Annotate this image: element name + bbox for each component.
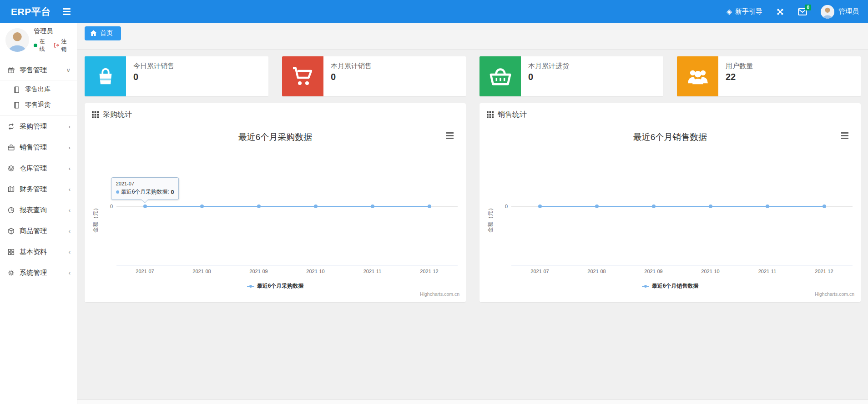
purchase-stats-panel: 采购统计 最近6个月采购数据金额（元）02021-072021-082021-0… bbox=[85, 103, 466, 302]
x-axis-line bbox=[511, 265, 853, 265]
highcharts-credit-link[interactable]: Highcharts.com.cn bbox=[420, 291, 459, 297]
x-axis-line bbox=[116, 265, 458, 265]
beginner-guide-button[interactable]: ◈ 新手引导 bbox=[727, 7, 762, 16]
stat-card-3: 用户数量22 bbox=[677, 56, 861, 96]
chevron-left-icon: ‹ bbox=[69, 186, 71, 193]
data-point-2021-09[interactable] bbox=[652, 204, 656, 208]
sidebar-item-label: 商品管理 bbox=[20, 227, 64, 235]
sidebar-submenu: 零售出库零售退货 bbox=[0, 80, 77, 116]
fullscreen-button[interactable] bbox=[776, 8, 784, 16]
sidebar-user-name: 管理员 bbox=[34, 27, 71, 35]
legend-item[interactable]: 最近6个月采购数据 bbox=[247, 282, 304, 290]
data-point-2021-11[interactable] bbox=[371, 204, 374, 208]
x-axis-label: 2021-10 bbox=[306, 269, 324, 274]
sidebar-item-3[interactable]: 仓库管理‹ bbox=[0, 158, 77, 179]
data-point-2021-09[interactable] bbox=[257, 204, 261, 208]
sidebar-item-4[interactable]: 财务管理‹ bbox=[0, 179, 77, 200]
highcharts-credit-link[interactable]: Highcharts.com.cn bbox=[815, 291, 854, 297]
data-point-2021-12[interactable] bbox=[823, 204, 826, 208]
data-point-2021-07[interactable] bbox=[538, 204, 542, 208]
y-axis-title: 金额（元） bbox=[487, 214, 495, 233]
home-icon bbox=[90, 30, 97, 36]
sidebar-subitem-0-1[interactable]: 零售退货 bbox=[0, 97, 77, 113]
gem-icon: ◈ bbox=[727, 7, 732, 16]
box-icon bbox=[7, 227, 15, 235]
user-name: 管理员 bbox=[838, 7, 859, 16]
stat-cards-row: 今日累计销售0本月累计销售0本月累计进货0用户数量22 bbox=[85, 56, 861, 96]
chart-title: 最近6个月采购数据 bbox=[85, 131, 466, 143]
chart-legend: 最近6个月销售数据 bbox=[479, 282, 861, 290]
legend-marker-icon bbox=[642, 284, 649, 288]
x-axis-label: 2021-11 bbox=[758, 269, 777, 274]
top-navbar: ERP平台 ◈ 新手引导 0 bbox=[0, 0, 868, 23]
messages-button[interactable]: 0 bbox=[798, 8, 807, 15]
chevron-left-icon: ‹ bbox=[69, 165, 71, 172]
repeat-icon bbox=[7, 123, 15, 130]
grid-th-icon bbox=[487, 111, 494, 118]
purchase-chart: 最近6个月采购数据金额（元）02021-072021-082021-092021… bbox=[85, 124, 466, 299]
stat-card-1: 本月累计销售0 bbox=[282, 56, 466, 96]
sales-stats-panel: 销售统计 最近6个月销售数据金额（元）02021-072021-082021-0… bbox=[479, 103, 861, 302]
data-point-2021-12[interactable] bbox=[428, 204, 431, 208]
online-status-icon bbox=[34, 44, 37, 47]
sidebar-item-label: 财务管理 bbox=[20, 185, 64, 194]
data-point-2021-08[interactable] bbox=[200, 204, 204, 208]
sidebar-menu: 零售管理∨零售出库零售退货采购管理‹销售管理‹仓库管理‹财务管理‹报表查询‹商品… bbox=[0, 60, 77, 283]
chevron-left-icon: ‹ bbox=[69, 123, 71, 130]
sidebar: 管理员 在线 注销 零售管理∨零售出库零售退货采购管理‹销售管理‹仓库管理‹财务… bbox=[0, 23, 77, 404]
stat-card-title: 今日累计销售 bbox=[133, 62, 174, 70]
x-axis-label: 2021-07 bbox=[136, 269, 154, 274]
online-status-label: 在线 bbox=[40, 38, 50, 53]
series-line bbox=[540, 206, 824, 207]
tooltip-title: 2021-07 bbox=[116, 181, 174, 186]
stat-card-2: 本月累计进货0 bbox=[479, 56, 663, 96]
sidebar-item-0[interactable]: 零售管理∨ bbox=[0, 60, 77, 80]
chevron-left-icon: ‹ bbox=[69, 207, 71, 214]
pie-icon bbox=[7, 206, 15, 214]
chart-context-menu-button[interactable] bbox=[839, 130, 851, 140]
sidebar-user-panel: 管理员 在线 注销 bbox=[0, 23, 77, 57]
x-axis-label: 2021-10 bbox=[701, 269, 719, 274]
x-axis-label: 2021-09 bbox=[249, 269, 267, 274]
legend-marker-icon bbox=[247, 284, 254, 288]
sidebar-toggle-icon[interactable] bbox=[63, 8, 71, 15]
legend-item[interactable]: 最近6个月销售数据 bbox=[642, 282, 699, 290]
x-axis-label: 2021-08 bbox=[192, 269, 211, 274]
sidebar-item-1[interactable]: 采购管理‹ bbox=[0, 116, 77, 137]
chart-title: 最近6个月销售数据 bbox=[479, 131, 861, 143]
stat-card-title: 本月累计销售 bbox=[331, 62, 372, 70]
data-point-2021-08[interactable] bbox=[595, 204, 599, 208]
panel-title: 采购统计 bbox=[103, 110, 132, 120]
sidebar-item-2[interactable]: 销售管理‹ bbox=[0, 137, 77, 158]
user-menu[interactable]: 管理员 bbox=[821, 5, 859, 19]
avatar[interactable] bbox=[5, 28, 29, 52]
sidebar-item-label: 采购管理 bbox=[20, 122, 64, 131]
data-point-2021-10[interactable] bbox=[709, 204, 712, 208]
beginner-guide-label: 新手引导 bbox=[735, 7, 762, 16]
brand-logo[interactable]: ERP平台 bbox=[11, 5, 51, 18]
sidebar-item-7[interactable]: 基本资料‹ bbox=[0, 241, 77, 262]
data-point-2021-10[interactable] bbox=[314, 204, 318, 208]
stat-card-title: 用户数量 bbox=[726, 62, 753, 70]
chart-tooltip: 2021-07最近6个月采购数据:0 bbox=[111, 177, 179, 200]
data-point-2021-11[interactable] bbox=[766, 204, 769, 208]
chart-context-menu-button[interactable] bbox=[444, 130, 456, 140]
breadcrumb: 首页 bbox=[77, 23, 868, 50]
logout-button[interactable]: 注销 bbox=[54, 38, 71, 53]
legend-label: 最近6个月销售数据 bbox=[652, 282, 699, 290]
briefcase-icon bbox=[7, 144, 15, 151]
y-axis-title: 金额（元） bbox=[92, 214, 100, 233]
x-axis-label: 2021-11 bbox=[363, 269, 382, 274]
sign-out-icon bbox=[54, 42, 59, 48]
stat-card-title: 本月累计进货 bbox=[528, 62, 569, 70]
breadcrumb-tab-label: 首页 bbox=[100, 29, 113, 37]
sidebar-item-5[interactable]: 报表查询‹ bbox=[0, 200, 77, 220]
sidebar-item-6[interactable]: 商品管理‹ bbox=[0, 220, 77, 241]
data-point-2021-07[interactable] bbox=[143, 204, 147, 208]
layers-icon bbox=[7, 165, 15, 172]
shopping-basket-icon bbox=[479, 56, 521, 96]
sidebar-subitem-0-0[interactable]: 零售出库 bbox=[0, 82, 77, 97]
sidebar-item-8[interactable]: 系统管理‹ bbox=[0, 262, 77, 283]
sidebar-item-label: 系统管理 bbox=[20, 269, 64, 277]
breadcrumb-tab-home[interactable]: 首页 bbox=[85, 26, 121, 40]
